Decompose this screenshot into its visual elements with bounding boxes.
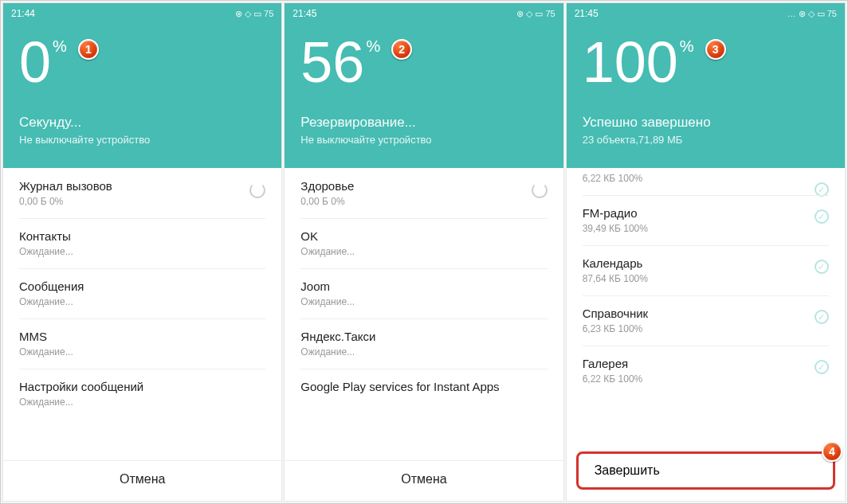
statusbar: 21:45 … ⊗ ◇ ▭ 75	[567, 3, 845, 24]
list-item: Контакты Ожидание...	[3, 218, 281, 268]
list-item: Яндекс.Такси Ожидание...	[285, 318, 563, 369]
item-title: Справочник	[583, 307, 829, 320]
item-title: Галерея	[583, 357, 829, 370]
list-item: Здоровье 0,00 Б 0%	[285, 168, 563, 218]
item-sub: 0,00 Б 0%	[19, 196, 265, 207]
list-item: Google Play services for Instant Apps	[285, 369, 563, 408]
header-subtitle: Не выключайте устройство	[300, 134, 547, 146]
header: 0 % 1 Секунду... Не выключайте устройств…	[3, 24, 281, 168]
item-title: Здоровье	[300, 179, 547, 193]
finish-label: Завершить	[595, 463, 660, 477]
clock: 21:45	[292, 8, 316, 19]
item-sub: Ожидание...	[300, 296, 547, 307]
list-item: OK Ожидание...	[285, 218, 563, 268]
backup-list[interactable]: Журнал вызовов 0,00 Б 0% Контакты Ожидан…	[3, 168, 281, 460]
wifi-icon: ◇	[245, 9, 251, 19]
finish-button[interactable]: Завершить 4	[576, 451, 835, 490]
list-item: Joom Ожидание...	[285, 268, 563, 318]
phone-screen-3: 21:45 … ⊗ ◇ ▭ 75 100 % 3 Успешно заверше…	[566, 2, 846, 502]
battery-level: 75	[545, 9, 555, 18]
check-icon: ✓	[815, 260, 829, 274]
phone-screen-1: 21:44 ⊗ ◇ ▭ 75 0 % 1 Секунду... Не выклю…	[2, 2, 282, 502]
item-title: OK	[300, 229, 547, 243]
statusbar: 21:45 ⊗ ◇ ▭ 75	[285, 3, 563, 24]
list-item: Настройки сообщений Ожидание...	[3, 369, 281, 419]
item-title: Joom	[300, 279, 547, 293]
list-item: FM-радио 39,49 КБ 100% ✓	[567, 195, 845, 245]
header-title: Успешно завершено	[583, 115, 829, 131]
status-icons: … ⊗ ◇ ▭ 75	[787, 9, 837, 19]
item-title: Google Play services for Instant Apps	[300, 380, 547, 393]
item-sub: 0,00 Б 0%	[300, 196, 547, 207]
spinner-icon	[532, 182, 548, 198]
list-item: Журнал вызовов 0,00 Б 0%	[3, 168, 281, 218]
item-title: Яндекс.Такси	[300, 330, 547, 343]
battery-icon: ▭	[817, 9, 825, 19]
cancel-button[interactable]: Отмена	[285, 460, 563, 501]
list-item: Галерея 6,22 КБ 100% ✓	[567, 346, 845, 396]
item-sub: 87,64 КБ 100%	[583, 273, 829, 284]
item-sub: Ожидание...	[19, 397, 265, 408]
check-icon: ✓	[815, 360, 829, 374]
list-item: MMS Ожидание...	[3, 318, 281, 369]
item-title: Журнал вызовов	[19, 179, 265, 193]
list-item: Сообщения Ожидание...	[3, 268, 281, 318]
item-sub: Ожидание...	[300, 246, 547, 257]
progress-percent: 0	[19, 33, 51, 91]
battery-icon: ▭	[535, 9, 543, 19]
item-sub: 6,23 КБ 100%	[583, 323, 829, 334]
item-sub: Ожидание...	[19, 246, 265, 257]
item-sub: 39,49 КБ 100%	[583, 223, 829, 234]
status-icons: ⊗ ◇ ▭ 75	[516, 9, 555, 19]
backup-list[interactable]: 6,22 КБ 100% ✓ FM-радио 39,49 КБ 100% ✓ …	[567, 168, 845, 443]
item-title: Настройки сообщений	[19, 380, 265, 393]
wifi-icon: ◇	[808, 9, 815, 19]
item-title: Сообщения	[19, 279, 265, 293]
battery-icon: ▭	[253, 9, 261, 19]
percent-sign: %	[366, 37, 380, 56]
step-badge-2: 2	[391, 39, 412, 60]
step-badge-3: 3	[705, 39, 726, 60]
clock: 21:44	[11, 8, 35, 19]
header-title: Секунду...	[19, 115, 265, 131]
dnd-icon: ⊗	[235, 9, 242, 19]
battery-level: 75	[827, 9, 837, 18]
clock: 21:45	[575, 8, 599, 19]
percent-sign: %	[53, 37, 67, 56]
item-sub: 6,22 КБ 100%	[583, 373, 829, 385]
item-title: FM-радио	[583, 206, 829, 220]
item-title: Контакты	[19, 229, 265, 243]
header-subtitle: 23 объекта,71,89 МБ	[583, 134, 829, 146]
backup-list[interactable]: Здоровье 0,00 Б 0% OK Ожидание... Joom О…	[285, 168, 563, 460]
dnd-icon: ⊗	[799, 9, 806, 19]
battery-level: 75	[264, 9, 273, 18]
item-sub: Ожидание...	[19, 346, 265, 357]
progress-percent: 100	[583, 33, 678, 91]
item-sub: Ожидание...	[300, 346, 547, 357]
list-item: Справочник 6,23 КБ 100% ✓	[567, 295, 845, 346]
check-icon: ✓	[815, 310, 829, 324]
progress-percent: 56	[300, 33, 364, 91]
check-icon: ✓	[815, 209, 829, 224]
cancel-button[interactable]: Отмена	[3, 460, 281, 501]
step-badge-4: 4	[822, 441, 842, 462]
header: 56 % 2 Резервирование... Не выключайте у…	[285, 24, 563, 168]
item-title: Календарь	[583, 256, 829, 270]
statusbar: 21:44 ⊗ ◇ ▭ 75	[3, 3, 281, 24]
item-title: MMS	[19, 330, 265, 343]
dnd-icon: ⊗	[516, 9, 524, 19]
item-sub: Ожидание...	[19, 296, 265, 307]
header-subtitle: Не выключайте устройство	[19, 134, 265, 146]
more-icon: …	[787, 9, 796, 18]
item-sub: 6,22 КБ 100%	[583, 173, 829, 184]
wifi-icon: ◇	[526, 9, 532, 19]
header-title: Резервирование...	[300, 115, 547, 131]
phone-screen-2: 21:45 ⊗ ◇ ▭ 75 56 % 2 Резервирование... …	[284, 2, 563, 502]
step-badge-1: 1	[78, 39, 99, 60]
percent-sign: %	[680, 37, 694, 56]
list-item: 6,22 КБ 100% ✓	[567, 168, 845, 195]
list-item: Календарь 87,64 КБ 100% ✓	[567, 245, 845, 295]
header: 100 % 3 Успешно завершено 23 объекта,71,…	[567, 24, 845, 168]
status-icons: ⊗ ◇ ▭ 75	[235, 9, 273, 19]
